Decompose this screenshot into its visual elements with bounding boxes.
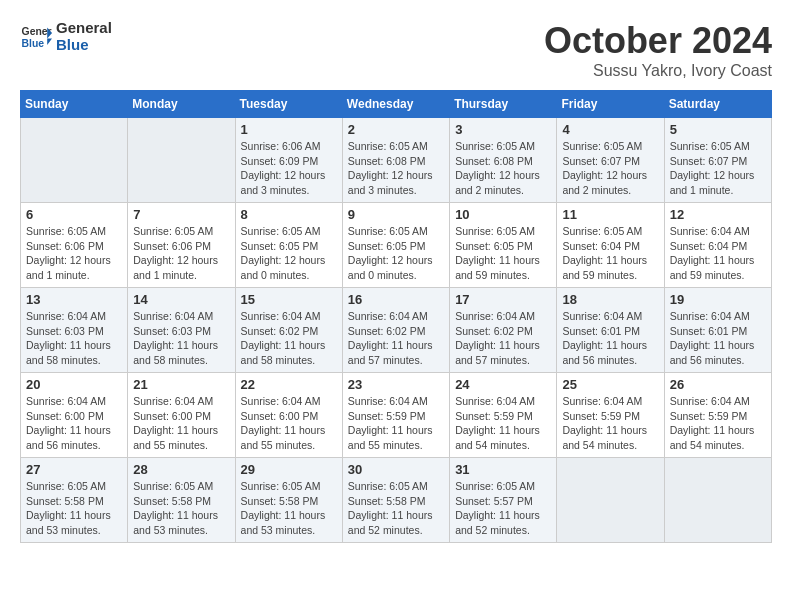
day-info: Sunrise: 6:04 AM Sunset: 5:59 PM Dayligh…	[670, 394, 766, 453]
day-number: 24	[455, 377, 551, 392]
day-number: 4	[562, 122, 658, 137]
calendar-cell: 11Sunrise: 6:05 AM Sunset: 6:04 PM Dayli…	[557, 203, 664, 288]
calendar-cell	[557, 458, 664, 543]
day-number: 19	[670, 292, 766, 307]
weekday-wednesday: Wednesday	[342, 91, 449, 118]
calendar-cell: 7Sunrise: 6:05 AM Sunset: 6:06 PM Daylig…	[128, 203, 235, 288]
day-info: Sunrise: 6:04 AM Sunset: 6:00 PM Dayligh…	[26, 394, 122, 453]
day-info: Sunrise: 6:05 AM Sunset: 5:58 PM Dayligh…	[133, 479, 229, 538]
day-info: Sunrise: 6:04 AM Sunset: 6:04 PM Dayligh…	[670, 224, 766, 283]
calendar-cell: 23Sunrise: 6:04 AM Sunset: 5:59 PM Dayli…	[342, 373, 449, 458]
calendar-cell: 18Sunrise: 6:04 AM Sunset: 6:01 PM Dayli…	[557, 288, 664, 373]
day-number: 27	[26, 462, 122, 477]
month-title: October 2024	[544, 20, 772, 62]
calendar-cell	[128, 118, 235, 203]
day-info: Sunrise: 6:04 AM Sunset: 6:00 PM Dayligh…	[241, 394, 337, 453]
calendar-cell: 3Sunrise: 6:05 AM Sunset: 6:08 PM Daylig…	[450, 118, 557, 203]
day-info: Sunrise: 6:04 AM Sunset: 5:59 PM Dayligh…	[348, 394, 444, 453]
calendar-cell: 24Sunrise: 6:04 AM Sunset: 5:59 PM Dayli…	[450, 373, 557, 458]
day-number: 12	[670, 207, 766, 222]
day-info: Sunrise: 6:06 AM Sunset: 6:09 PM Dayligh…	[241, 139, 337, 198]
calendar-cell: 30Sunrise: 6:05 AM Sunset: 5:58 PM Dayli…	[342, 458, 449, 543]
day-number: 6	[26, 207, 122, 222]
calendar-cell: 17Sunrise: 6:04 AM Sunset: 6:02 PM Dayli…	[450, 288, 557, 373]
calendar-row-0: 1Sunrise: 6:06 AM Sunset: 6:09 PM Daylig…	[21, 118, 772, 203]
location-title: Sussu Yakro, Ivory Coast	[544, 62, 772, 80]
day-info: Sunrise: 6:05 AM Sunset: 5:57 PM Dayligh…	[455, 479, 551, 538]
day-info: Sunrise: 6:04 AM Sunset: 6:01 PM Dayligh…	[562, 309, 658, 368]
day-number: 5	[670, 122, 766, 137]
calendar-cell: 28Sunrise: 6:05 AM Sunset: 5:58 PM Dayli…	[128, 458, 235, 543]
day-info: Sunrise: 6:05 AM Sunset: 6:05 PM Dayligh…	[348, 224, 444, 283]
day-info: Sunrise: 6:05 AM Sunset: 6:04 PM Dayligh…	[562, 224, 658, 283]
day-number: 13	[26, 292, 122, 307]
day-number: 31	[455, 462, 551, 477]
weekday-saturday: Saturday	[664, 91, 771, 118]
logo-icon: General Blue	[20, 21, 52, 53]
calendar-row-2: 13Sunrise: 6:04 AM Sunset: 6:03 PM Dayli…	[21, 288, 772, 373]
day-number: 3	[455, 122, 551, 137]
calendar-cell: 4Sunrise: 6:05 AM Sunset: 6:07 PM Daylig…	[557, 118, 664, 203]
calendar-cell: 1Sunrise: 6:06 AM Sunset: 6:09 PM Daylig…	[235, 118, 342, 203]
day-info: Sunrise: 6:05 AM Sunset: 6:07 PM Dayligh…	[562, 139, 658, 198]
title-section: October 2024 Sussu Yakro, Ivory Coast	[544, 20, 772, 80]
day-number: 17	[455, 292, 551, 307]
calendar-cell: 22Sunrise: 6:04 AM Sunset: 6:00 PM Dayli…	[235, 373, 342, 458]
day-info: Sunrise: 6:04 AM Sunset: 5:59 PM Dayligh…	[562, 394, 658, 453]
calendar-cell: 10Sunrise: 6:05 AM Sunset: 6:05 PM Dayli…	[450, 203, 557, 288]
day-info: Sunrise: 6:05 AM Sunset: 6:08 PM Dayligh…	[348, 139, 444, 198]
day-number: 18	[562, 292, 658, 307]
day-number: 22	[241, 377, 337, 392]
header: General Blue General Blue October 2024 S…	[20, 20, 772, 80]
day-info: Sunrise: 6:04 AM Sunset: 6:03 PM Dayligh…	[26, 309, 122, 368]
calendar-row-1: 6Sunrise: 6:05 AM Sunset: 6:06 PM Daylig…	[21, 203, 772, 288]
day-number: 28	[133, 462, 229, 477]
calendar-cell: 8Sunrise: 6:05 AM Sunset: 6:05 PM Daylig…	[235, 203, 342, 288]
day-info: Sunrise: 6:04 AM Sunset: 5:59 PM Dayligh…	[455, 394, 551, 453]
weekday-tuesday: Tuesday	[235, 91, 342, 118]
day-info: Sunrise: 6:04 AM Sunset: 6:02 PM Dayligh…	[241, 309, 337, 368]
day-number: 29	[241, 462, 337, 477]
day-number: 26	[670, 377, 766, 392]
day-info: Sunrise: 6:05 AM Sunset: 5:58 PM Dayligh…	[348, 479, 444, 538]
day-number: 21	[133, 377, 229, 392]
calendar-cell: 14Sunrise: 6:04 AM Sunset: 6:03 PM Dayli…	[128, 288, 235, 373]
calendar-cell: 25Sunrise: 6:04 AM Sunset: 5:59 PM Dayli…	[557, 373, 664, 458]
day-number: 14	[133, 292, 229, 307]
day-info: Sunrise: 6:04 AM Sunset: 6:00 PM Dayligh…	[133, 394, 229, 453]
day-number: 10	[455, 207, 551, 222]
calendar-cell: 26Sunrise: 6:04 AM Sunset: 5:59 PM Dayli…	[664, 373, 771, 458]
day-info: Sunrise: 6:04 AM Sunset: 6:02 PM Dayligh…	[455, 309, 551, 368]
day-number: 15	[241, 292, 337, 307]
svg-text:Blue: Blue	[22, 37, 45, 48]
calendar-cell: 19Sunrise: 6:04 AM Sunset: 6:01 PM Dayli…	[664, 288, 771, 373]
calendar-cell: 31Sunrise: 6:05 AM Sunset: 5:57 PM Dayli…	[450, 458, 557, 543]
day-info: Sunrise: 6:04 AM Sunset: 6:01 PM Dayligh…	[670, 309, 766, 368]
calendar-row-4: 27Sunrise: 6:05 AM Sunset: 5:58 PM Dayli…	[21, 458, 772, 543]
weekday-header-row: SundayMondayTuesdayWednesdayThursdayFrid…	[21, 91, 772, 118]
calendar-cell: 13Sunrise: 6:04 AM Sunset: 6:03 PM Dayli…	[21, 288, 128, 373]
day-info: Sunrise: 6:05 AM Sunset: 6:06 PM Dayligh…	[26, 224, 122, 283]
day-number: 11	[562, 207, 658, 222]
day-info: Sunrise: 6:05 AM Sunset: 5:58 PM Dayligh…	[241, 479, 337, 538]
calendar-cell	[664, 458, 771, 543]
calendar-cell: 15Sunrise: 6:04 AM Sunset: 6:02 PM Dayli…	[235, 288, 342, 373]
day-info: Sunrise: 6:05 AM Sunset: 6:08 PM Dayligh…	[455, 139, 551, 198]
day-number: 2	[348, 122, 444, 137]
weekday-monday: Monday	[128, 91, 235, 118]
weekday-friday: Friday	[557, 91, 664, 118]
calendar: SundayMondayTuesdayWednesdayThursdayFrid…	[20, 90, 772, 543]
calendar-cell	[21, 118, 128, 203]
day-number: 9	[348, 207, 444, 222]
calendar-cell: 29Sunrise: 6:05 AM Sunset: 5:58 PM Dayli…	[235, 458, 342, 543]
day-number: 1	[241, 122, 337, 137]
calendar-row-3: 20Sunrise: 6:04 AM Sunset: 6:00 PM Dayli…	[21, 373, 772, 458]
calendar-cell: 20Sunrise: 6:04 AM Sunset: 6:00 PM Dayli…	[21, 373, 128, 458]
day-info: Sunrise: 6:05 AM Sunset: 5:58 PM Dayligh…	[26, 479, 122, 538]
logo-general: General	[56, 20, 112, 37]
day-number: 16	[348, 292, 444, 307]
logo-blue: Blue	[56, 37, 112, 54]
calendar-cell: 27Sunrise: 6:05 AM Sunset: 5:58 PM Dayli…	[21, 458, 128, 543]
weekday-sunday: Sunday	[21, 91, 128, 118]
day-number: 23	[348, 377, 444, 392]
